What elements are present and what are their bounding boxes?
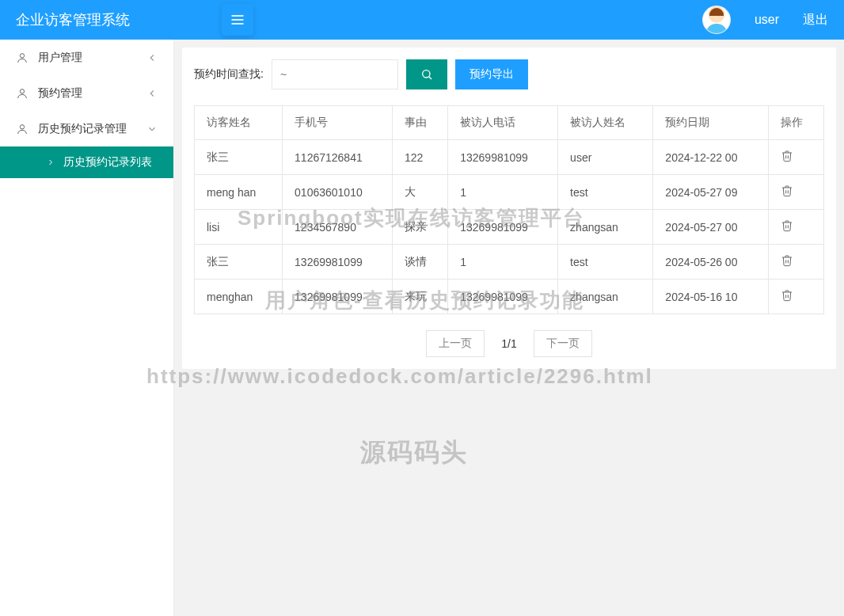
logout-link[interactable]: 退出	[803, 12, 828, 29]
header-right: user 退出	[702, 6, 828, 34]
menu-toggle-button[interactable]	[222, 4, 253, 36]
header: 企业访客管理系统 user 退出	[0, 0, 844, 40]
avatar[interactable]	[702, 6, 731, 34]
hamburger-icon	[230, 12, 245, 28]
username-link[interactable]: user	[755, 13, 779, 27]
app-title: 企业访客管理系统	[16, 10, 206, 29]
